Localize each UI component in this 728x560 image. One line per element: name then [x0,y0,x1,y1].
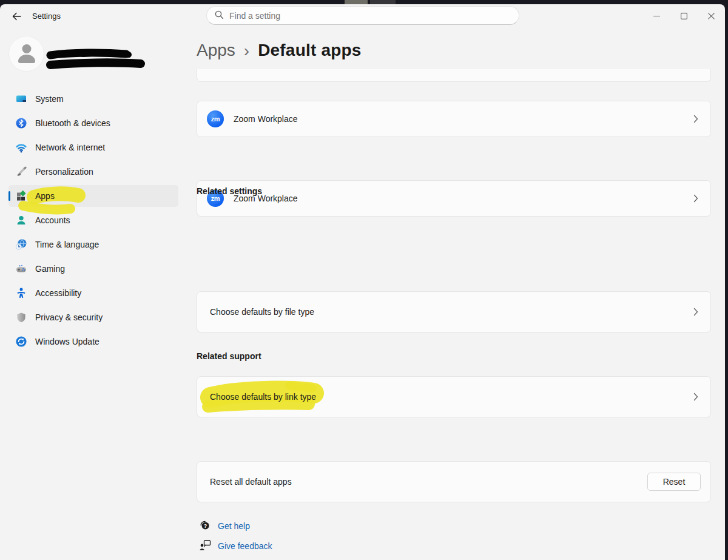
get-help-icon: ? [199,519,211,533]
sidebar-item-time-language[interactable]: Time & language [8,234,178,255]
get-help-link[interactable]: ? Get help [197,518,711,534]
app-title: Settings [32,4,61,29]
breadcrumb-separator-icon: › [244,41,249,61]
background-window-sliver [370,0,396,4]
chevron-right-icon [693,115,698,123]
chevron-right-icon [693,308,698,316]
related-support-heading: Related support [197,351,711,361]
main-content: Apps › Default apps zm Zoom Workplace zm… [197,33,711,560]
sidebar-item-label: Windows Update [35,337,99,346]
privacy-icon [15,311,27,323]
person-silhouette-icon [16,43,37,65]
chevron-right-icon [693,393,698,401]
search-bar[interactable] [206,6,519,25]
reset-button[interactable]: Reset [647,473,701,491]
sidebar-item-label: Accessibility [35,288,81,298]
sidebar-item-privacy[interactable]: Privacy & security [8,306,178,328]
sidebar-item-system[interactable]: System [8,88,178,110]
back-arrow-icon [12,12,21,22]
maximize-button[interactable] [670,4,698,27]
redacted-user-name [46,43,146,73]
desktop: Settings [0,0,728,560]
background-window-sliver [345,0,368,4]
get-help-label: Get help [218,521,250,531]
sidebar-item-label: Personalization [35,167,93,177]
related-settings-heading: Related settings [197,186,711,196]
titlebar: Settings [0,4,725,29]
search-input[interactable] [229,11,496,21]
personalization-icon [15,166,27,178]
row-label: Reset all default apps [210,477,292,487]
sidebar-item-label: System [35,94,64,104]
sidebar-item-bluetooth[interactable]: Bluetooth & devices [8,112,178,134]
sidebar-item-label: Bluetooth & devices [35,118,110,128]
apps-icon [15,190,27,202]
sidebar-item-label: Privacy & security [35,312,103,322]
sidebar-item-windows-update[interactable]: Windows Update [8,331,178,353]
give-feedback-icon [199,539,211,553]
sidebar-item-personalization[interactable]: Personalization [8,161,178,183]
minimize-button[interactable] [643,4,670,27]
choose-defaults-by-file-type-row[interactable]: Choose defaults by file type [197,291,711,332]
reset-default-apps-row: Reset all default apps Reset [197,461,711,502]
page-title: Default apps [258,41,361,60]
svg-text:?: ? [204,523,207,529]
app-row[interactable]: zm Zoom Workplace [197,180,711,217]
app-row-partial[interactable] [197,69,711,82]
breadcrumb: Apps › Default apps [197,39,711,61]
sidebar-item-label: Apps [35,191,55,201]
sidebar-item-label: Time & language [35,240,99,249]
row-label: Choose defaults by link type [210,392,316,402]
bluetooth-icon [15,117,27,129]
sidebar-item-label: Gaming [35,264,65,274]
breadcrumb-parent[interactable]: Apps [197,41,235,60]
search-icon [215,10,224,21]
row-label: Choose defaults by file type [210,307,314,317]
accessibility-icon [15,287,27,299]
system-icon [15,93,27,105]
settings-window: Settings [0,4,725,560]
app-name: Zoom Workplace [234,114,298,124]
selected-indicator [8,191,10,201]
back-button[interactable] [7,8,25,25]
app-row[interactable]: zm Zoom Workplace [197,101,711,137]
zoom-app-icon: zm [207,110,224,127]
sidebar-item-label: Accounts [35,215,70,225]
choose-defaults-by-link-type-row[interactable]: Choose defaults by link type [197,376,711,417]
user-avatar[interactable] [9,36,44,71]
accounts-icon [15,214,27,226]
sidebar-item-gaming[interactable]: Gaming [8,258,178,280]
sidebar-item-apps[interactable]: Apps [8,185,178,207]
give-feedback-label: Give feedback [218,541,272,551]
sidebar-item-label: Network & internet [35,143,105,152]
sidebar-item-accessibility[interactable]: Accessibility [8,282,178,304]
time-language-icon [15,238,27,251]
windows-update-icon [15,336,27,348]
close-button[interactable] [698,4,725,27]
sidebar-nav: System Bluetooth & devices Network & int… [8,88,178,355]
sidebar-item-network[interactable]: Network & internet [8,137,178,158]
gaming-icon [15,263,27,275]
network-icon [15,141,27,153]
give-feedback-link[interactable]: Give feedback [197,538,711,554]
